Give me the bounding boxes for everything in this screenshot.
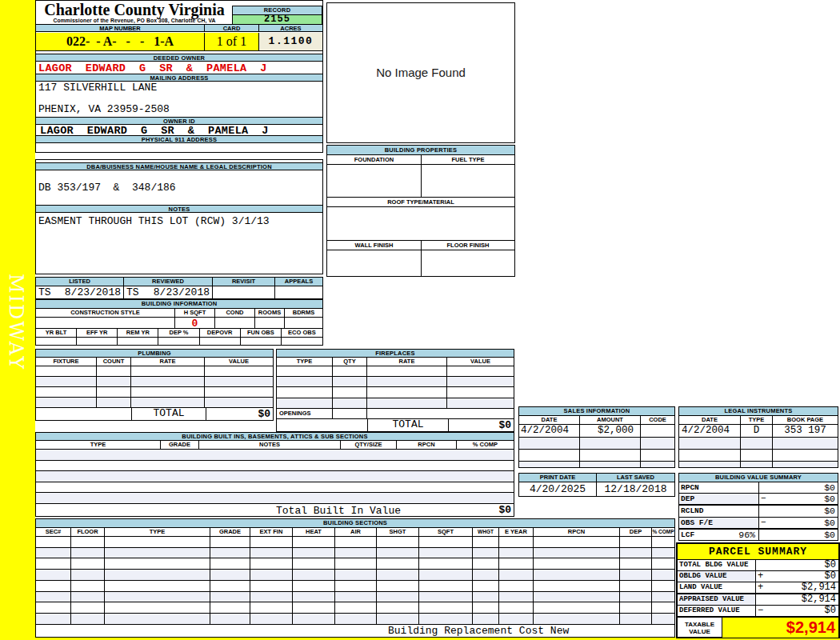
empty-cell xyxy=(293,537,335,547)
empty-cell xyxy=(36,377,97,386)
extfin-label: EXT FIN xyxy=(250,528,293,536)
empty-cell xyxy=(105,548,210,558)
parcel-row-taxable: TAXABLE VALUE $2,914 xyxy=(678,618,838,638)
summary-row-dep: DEP −$0 xyxy=(679,494,838,506)
empty-cell xyxy=(534,592,620,602)
empty-cell xyxy=(620,581,652,591)
empty-cell xyxy=(250,614,293,624)
empty-cell: $0 xyxy=(759,506,838,516)
empty-cell xyxy=(205,377,273,386)
map-number-label: MAP NUMBER xyxy=(36,25,205,31)
empty-cell xyxy=(335,558,377,569)
review-header-row: LISTED REVIEWED REVISIT APPEALS xyxy=(36,278,322,286)
empty-cell xyxy=(473,558,499,569)
rate-label: RATE xyxy=(367,358,447,366)
listed-value: TS8/23/2018 xyxy=(36,286,124,298)
sale-amount: $2,000 xyxy=(580,425,641,437)
empty-cell xyxy=(105,581,210,591)
empty-cell xyxy=(652,537,674,547)
funobs-label: FUN OBS xyxy=(241,329,282,337)
built-ins-total-row: Total Built In Value $0 xyxy=(36,504,514,516)
summary-row-rclnd: RCLND $0 xyxy=(679,506,838,517)
cond-label: COND xyxy=(215,309,255,317)
table-row xyxy=(679,462,838,467)
empty-cell xyxy=(419,614,473,624)
obldg-label: OBLDG VALUE xyxy=(678,571,756,582)
empty-cell xyxy=(679,438,741,449)
empty-cell xyxy=(205,398,273,407)
table-row xyxy=(36,471,514,482)
empty-cell xyxy=(293,548,335,558)
empty-cell xyxy=(210,592,250,602)
total-bldg-value: $0 xyxy=(825,560,836,570)
roof-type-label: ROOF TYPE/MATERIAL xyxy=(327,198,514,206)
notes-label: NOTES xyxy=(36,205,322,213)
parcel-row-appraised: APPRAISED VALUE $2,914 xyxy=(678,594,838,606)
empty-cell xyxy=(105,592,210,602)
obs-op: − xyxy=(761,518,766,528)
header-panel: Charlotte County Virginia Commissioner o… xyxy=(35,0,323,153)
rate-label: RATE xyxy=(131,358,205,366)
type-label: TYPE xyxy=(741,416,773,424)
empty-cell xyxy=(741,462,773,467)
empty-cell xyxy=(377,592,419,602)
empty-cell xyxy=(97,366,131,376)
empty-cell: +$2,914 xyxy=(756,582,838,593)
plumbing-total-label: TOTAL xyxy=(132,408,206,420)
foundation-fuel-cells xyxy=(327,165,514,198)
obldg-op: + xyxy=(758,571,763,582)
empty-cell: $2,914 xyxy=(756,594,838,605)
empty-cell xyxy=(36,537,71,547)
heat-label: HEAT xyxy=(293,528,335,536)
empty-cell xyxy=(773,462,838,467)
type-label: TYPE xyxy=(36,441,161,449)
value-summary-panel: BUILDING VALUE SUMMARY RPCN $0 DEP −$0 R… xyxy=(678,473,838,541)
empty-cell xyxy=(473,570,499,580)
empty-cell xyxy=(499,558,534,569)
deppct-label: DEP % xyxy=(158,329,199,337)
empty-cell xyxy=(641,462,674,467)
empty-cell xyxy=(333,377,367,386)
cond-value xyxy=(215,318,255,330)
mailing-address-label: MAILING ADDRESS xyxy=(36,74,322,82)
empty-cell xyxy=(250,558,293,569)
empty-cell xyxy=(36,461,514,471)
parcel-summary-title: PARCEL SUMMARY xyxy=(678,544,838,560)
depovr-label: DEPOVR xyxy=(200,329,241,337)
empty-cell xyxy=(741,450,773,461)
empty-cell: −$0 xyxy=(756,606,838,616)
empty-cell xyxy=(210,602,250,613)
sales-panel: SALES INFORMATION DATE AMOUNT CODE 4/2/2… xyxy=(518,406,675,468)
empty-cell xyxy=(473,581,499,591)
empty-cell xyxy=(77,338,118,345)
comp-label: % COMP xyxy=(457,441,514,449)
rpcn-label: RPCN xyxy=(397,441,457,449)
empty-cell xyxy=(36,471,514,482)
empty-cell xyxy=(534,602,620,613)
wall-finish-value-cell xyxy=(327,250,422,276)
empty-cell xyxy=(367,366,447,376)
legal-date: 4/2/2004 xyxy=(679,425,741,437)
empty-cell xyxy=(200,338,241,345)
roof-header: ROOF TYPE/MATERIAL xyxy=(327,198,514,207)
type-label: TYPE xyxy=(277,358,333,366)
count-label: COUNT xyxy=(97,358,131,366)
empty-cell xyxy=(652,570,674,580)
reviewed-by: TS xyxy=(126,286,139,298)
empty-cell xyxy=(105,558,210,569)
empty-cell: −$0 xyxy=(759,518,838,528)
lcf-percent: 96% xyxy=(738,530,755,540)
rooms-value xyxy=(255,318,285,330)
amount-label: AMOUNT xyxy=(580,416,641,424)
property-record-card: MIDWAY Charlotte County Virginia Commiss… xyxy=(0,0,840,640)
empty-cell xyxy=(473,602,499,613)
summary-row-lcf: LCF96% $0 xyxy=(679,530,838,540)
built-ins-title: BUILDING BUILT INS, BASEMENTS, ATTICS & … xyxy=(36,433,514,441)
empty-cell xyxy=(377,558,419,569)
empty-cell xyxy=(447,366,514,376)
empty-cell xyxy=(641,450,674,461)
plumbing-total-value: $0 xyxy=(206,408,273,420)
legal-row: 4/2/2004 D 353 197 xyxy=(679,425,838,438)
qty-label: QTY xyxy=(333,358,367,366)
empty-cell xyxy=(773,438,838,449)
